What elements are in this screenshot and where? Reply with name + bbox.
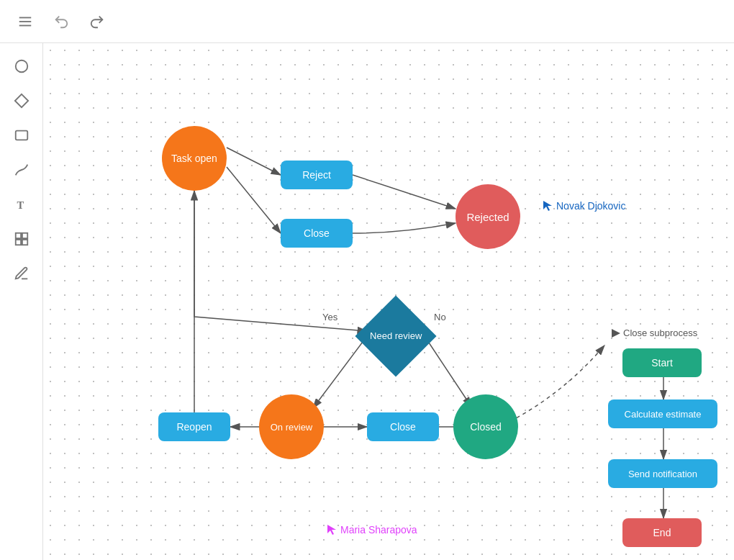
svg-marker-14 (543, 201, 552, 211)
svg-marker-15 (327, 525, 336, 535)
diamond-tool[interactable] (7, 86, 36, 115)
main-area: T (0, 43, 734, 560)
menu-button[interactable] (12, 8, 39, 35)
toolbar (0, 0, 734, 43)
label-maria-sharapova: Maria Sharapova (327, 524, 417, 536)
node-calculate-estimate[interactable]: Calculate estimate (608, 399, 717, 428)
svg-marker-4 (14, 94, 27, 107)
rectangle-tool[interactable] (7, 121, 36, 150)
svg-marker-13 (612, 329, 620, 338)
edit-tool[interactable] (7, 259, 36, 288)
undo-button[interactable] (47, 8, 75, 35)
circle-tool[interactable] (7, 52, 36, 81)
curve-tool[interactable] (7, 155, 36, 184)
svg-rect-7 (15, 233, 20, 238)
node-end[interactable]: End (622, 518, 702, 547)
node-close-mid[interactable]: Close (367, 412, 439, 441)
canvas[interactable]: Task open Reject Close Rejected Need rev… (43, 43, 734, 560)
node-closed[interactable]: Closed (453, 394, 518, 459)
svg-rect-5 (15, 131, 27, 140)
node-need-review[interactable]: Need review (355, 295, 436, 376)
svg-rect-8 (22, 233, 27, 238)
node-start[interactable]: Start (622, 348, 702, 377)
node-send-notification[interactable]: Send notification (608, 459, 717, 488)
label-novak-djokovic: Novak Djokovic (543, 200, 625, 212)
node-reject[interactable]: Reject (281, 161, 353, 189)
redo-button[interactable] (83, 8, 111, 35)
label-yes: Yes (322, 312, 337, 322)
text-tool[interactable]: T (7, 190, 36, 219)
node-task-open[interactable]: Task open (162, 126, 227, 191)
label-no: No (434, 312, 446, 322)
tool-panel: T (0, 43, 43, 560)
svg-rect-10 (22, 240, 27, 245)
node-rejected[interactable]: Rejected (456, 184, 520, 249)
node-on-review[interactable]: On review (259, 394, 324, 459)
select-tool[interactable] (7, 225, 36, 253)
label-close-subprocess: Close subprocess (612, 328, 697, 338)
node-reopen[interactable]: Reopen (158, 412, 230, 441)
svg-point-3 (15, 60, 27, 73)
node-close-top[interactable]: Close (281, 219, 353, 248)
svg-text:T: T (17, 199, 24, 211)
svg-rect-9 (15, 240, 20, 245)
